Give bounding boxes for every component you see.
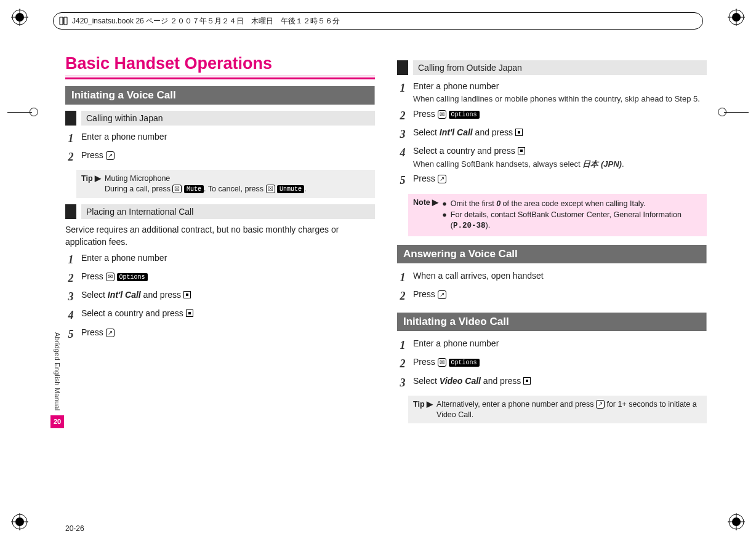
crop-mark [724, 112, 749, 113]
call-key-icon: ↗ [106, 329, 115, 337]
tip-box: Tip ▶ Muting Microphone During a call, p… [76, 170, 375, 198]
center-key-icon [523, 377, 531, 385]
step: 2Press ✉ Options [397, 356, 707, 372]
step: 2Press ✉ Options [65, 270, 375, 286]
step: 4 Select a country and press When callin… [397, 145, 707, 170]
step: 4Select a country and press [65, 307, 375, 323]
chapter-title: Basic Handset Operations [65, 54, 375, 78]
center-key-icon [183, 291, 191, 298]
reg-mark [728, 513, 745, 530]
side-number: 20 [50, 415, 64, 428]
page-number: 20-26 [65, 524, 84, 533]
center-key-icon [186, 309, 193, 317]
soft-key-icon: ☒ [172, 185, 182, 193]
step: 3Select Video Call and press [397, 375, 707, 391]
call-key-icon: ↗ [438, 290, 446, 299]
reg-mark [11, 9, 28, 26]
sub-outside-japan: Calling from Outside Japan [397, 60, 707, 75]
tip-box: Tip ▶ Alternatively, enter a phone numbe… [408, 396, 707, 424]
options-label: Options [117, 273, 148, 281]
section-voice-call: Initiating a Voice Call [65, 86, 375, 105]
step: 3Select Int'l Call and press [65, 289, 375, 305]
step: 2Press ↗ [397, 288, 707, 304]
step: 5Press ↗ [397, 172, 707, 188]
step: 5Press ↗ [65, 326, 375, 342]
reg-mark [11, 513, 28, 530]
sub-intl: Placing an International Call [65, 204, 375, 219]
soft-key-icon: ☒ [266, 185, 275, 193]
sub-within-japan: Calling within Japan [65, 111, 375, 126]
crop-mark [30, 108, 38, 116]
options-label: Options [449, 111, 480, 119]
side-label: Abridged English Manual [54, 332, 61, 410]
center-key-icon [515, 129, 523, 136]
options-label: Options [449, 359, 480, 367]
intl-note: Service requires an additional contract,… [65, 224, 375, 248]
reg-mark [728, 9, 745, 26]
print-header: J420_insatsu.book 26 ページ ２００７年５月２４日 木曜日 … [53, 12, 703, 30]
section-video-call: Initiating a Video Call [397, 313, 707, 331]
book-icon [58, 16, 68, 26]
step: 1 Enter a phone number [65, 130, 375, 146]
mail-key-icon: ✉ [438, 110, 446, 119]
crop-mark [718, 108, 726, 116]
mail-key-icon: ✉ [438, 358, 446, 367]
right-column: Calling from Outside Japan 1 Enter a pho… [397, 54, 707, 514]
left-column: Basic Handset Operations Initiating a Vo… [65, 54, 375, 514]
step: 2 Press ↗ [65, 149, 375, 165]
step: 3Select Int'l Call and press [397, 126, 707, 142]
center-key-icon [518, 147, 525, 154]
section-answer-call: Answering a Voice Call [397, 245, 707, 263]
step: 2Press ✉ Options [397, 108, 707, 124]
call-key-icon: ↗ [106, 151, 115, 160]
crop-mark [7, 112, 32, 113]
call-key-icon: ↗ [596, 400, 605, 409]
print-header-text: J420_insatsu.book 26 ページ ２００７年５月２４日 木曜日 … [72, 16, 340, 26]
step: 1 Enter a phone number When calling land… [397, 80, 707, 105]
mute-label: Mute [184, 185, 204, 193]
note-box: Note ▶ ●Omit the first 0 of the area cod… [408, 194, 707, 237]
side-tab: Abridged English Manual 20 [49, 54, 65, 514]
step: 1When a call arrives, open handset [397, 270, 707, 285]
unmute-label: Unmute [277, 185, 304, 193]
call-key-icon: ↗ [438, 175, 446, 183]
mail-key-icon: ✉ [106, 273, 115, 281]
step: 1Enter a phone number [65, 252, 375, 268]
step: 1Enter a phone number [397, 337, 707, 353]
